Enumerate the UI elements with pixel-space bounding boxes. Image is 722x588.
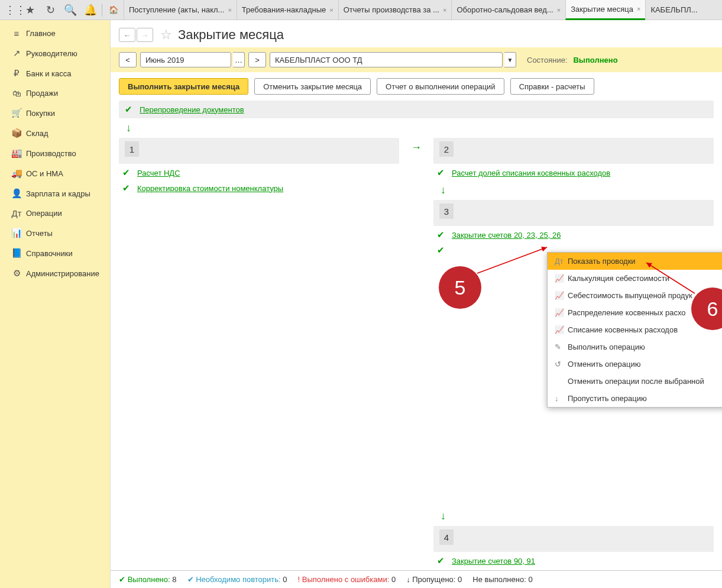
stage-0-link[interactable]: Перепроведение документов bbox=[140, 105, 244, 114]
bell-icon[interactable]: 🔔 bbox=[80, 0, 101, 20]
sidebar-label: Главное bbox=[26, 29, 56, 38]
status-err-label: Выполнено с ошибками: bbox=[302, 575, 390, 584]
tab[interactable]: Закрытие месяца× bbox=[565, 0, 645, 20]
period-toolbar: < Июнь 2019 … > КАБЕЛЬПЛАСТ ООО ТД ▼ Сос… bbox=[111, 47, 722, 72]
context-menu-item[interactable]: Отменить операции после выбранной bbox=[548, 373, 722, 390]
prev-period-button[interactable]: < bbox=[119, 52, 137, 67]
star-icon[interactable]: ★ bbox=[20, 0, 40, 20]
top-toolbar: ⋮⋮⋮ ★ ↻ 🔍 🔔 🏠 Поступление (акты, накл...… bbox=[0, 0, 722, 20]
run-close-button[interactable]: Выполнить закрытие месяца bbox=[119, 78, 248, 95]
close-icon[interactable]: × bbox=[329, 7, 333, 14]
favorite-icon[interactable]: ☆ bbox=[160, 27, 172, 43]
sidebar-item[interactable]: 🚚ОС и НМА bbox=[0, 163, 110, 183]
report-button[interactable]: Отчет о выполнении операций bbox=[377, 78, 504, 95]
period-value: Июнь 2019 bbox=[145, 56, 184, 64]
step-link-close-accounts[interactable]: Закрытие счетов 20, 23, 25, 26 bbox=[452, 231, 561, 240]
sidebar-label: ОС и НМА bbox=[26, 169, 63, 178]
cancel-close-button[interactable]: Отменить закрытие месяца bbox=[254, 78, 371, 95]
sidebar-item[interactable]: ₽Банк и касса bbox=[0, 63, 110, 83]
close-icon[interactable]: × bbox=[557, 7, 561, 14]
context-item-label: Калькуляция себестоимости bbox=[568, 274, 669, 283]
nav-fwd-button[interactable]: → bbox=[137, 28, 153, 42]
annotation-bubble-5: 5 bbox=[439, 266, 481, 309]
sidebar-icon: ↗ bbox=[9, 48, 24, 59]
org-value: КАБЕЛЬПЛАСТ ООО ТД bbox=[275, 56, 362, 64]
sidebar-label: Администрирование bbox=[26, 269, 99, 278]
close-icon[interactable]: × bbox=[637, 5, 640, 12]
sidebar-item[interactable]: 📊Отчеты bbox=[0, 223, 110, 243]
nav-back-button[interactable]: ← bbox=[119, 28, 135, 42]
context-menu-item[interactable]: 📈Калькуляция себестоимости bbox=[548, 270, 722, 287]
state-label: Состояние: bbox=[527, 56, 567, 64]
history-icon[interactable]: ↻ bbox=[40, 0, 60, 20]
sidebar-item[interactable]: 🛒Покупки bbox=[0, 103, 110, 123]
tab[interactable]: КАБЕЛЬПЛ... bbox=[645, 0, 702, 20]
context-menu-item[interactable]: ↓Пропустить операцию bbox=[548, 390, 722, 407]
context-menu: ДтПоказать проводки📈Калькуляция себестои… bbox=[547, 252, 722, 408]
context-item-icon: Дт bbox=[555, 257, 568, 266]
sidebar-icon: 📦 bbox=[9, 128, 24, 138]
sidebar-icon: ₽ bbox=[9, 68, 24, 79]
sidebar-item[interactable]: 🛍Продажи bbox=[0, 83, 110, 103]
sidebar-item[interactable]: 📦Склад bbox=[0, 123, 110, 143]
context-menu-item[interactable]: ✎Выполнить операцию bbox=[548, 338, 722, 356]
context-item-icon: 📈 bbox=[555, 291, 568, 300]
close-icon[interactable]: × bbox=[443, 7, 446, 14]
status-not-label: Не выполнено: bbox=[472, 575, 526, 584]
step-link[interactable]: Корректировка стоимости номенклатуры bbox=[137, 184, 283, 193]
check-icon: ✔ bbox=[122, 167, 130, 178]
sidebar-icon: 📊 bbox=[9, 228, 24, 238]
context-item-label: Себестоимость выпущеной продук bbox=[568, 291, 692, 300]
sidebar-label: Операции bbox=[26, 209, 62, 218]
sidebar-icon: 🛍 bbox=[9, 88, 24, 98]
sidebar-icon: 🛒 bbox=[9, 108, 24, 118]
sidebar-icon: ≡ bbox=[9, 28, 24, 38]
org-select[interactable]: КАБЕЛЬПЛАСТ ООО ТД bbox=[270, 52, 503, 67]
page-header: ← → ☆ Закрытие месяца bbox=[111, 20, 722, 47]
close-icon[interactable]: × bbox=[228, 7, 231, 14]
tab-label: Требования-накладные bbox=[242, 5, 326, 14]
sidebar-item[interactable]: 👤Зарплата и кадры bbox=[0, 183, 110, 203]
step-1-badge: 1 bbox=[125, 141, 139, 157]
context-menu-item[interactable]: 📈Списание косвенных расходов bbox=[548, 321, 722, 338]
step-link[interactable]: Расчет долей списания косвенных расходов bbox=[452, 169, 610, 177]
sidebar-item[interactable]: 📘Справочники bbox=[0, 243, 110, 263]
sidebar-item[interactable]: 🏭Производство bbox=[0, 143, 110, 163]
home-tab[interactable]: 🏠 bbox=[103, 5, 124, 14]
actions-row: Выполнить закрытие месяца Отменить закры… bbox=[111, 72, 722, 101]
context-item-label: Выполнить операцию bbox=[568, 343, 645, 351]
apps-icon[interactable]: ⋮⋮⋮ bbox=[0, 0, 20, 20]
step-link[interactable]: Расчет НДС bbox=[137, 169, 180, 177]
sidebar-label: Банк и касса bbox=[26, 69, 72, 78]
context-item-label: Списание косвенных расходов bbox=[568, 325, 678, 334]
sidebar-item[interactable]: ↗Руководителю bbox=[0, 43, 110, 63]
step-link[interactable]: Закрытие счетов 90, 91 bbox=[452, 557, 535, 566]
org-dropdown-button[interactable]: ▼ bbox=[504, 52, 516, 67]
stage-0: ✔ Перепроведение документов bbox=[119, 101, 714, 118]
sidebar-label: Производство bbox=[26, 149, 76, 158]
tab[interactable]: Оборотно-сальдовая вед...× bbox=[451, 0, 565, 20]
search-icon[interactable]: 🔍 bbox=[60, 0, 80, 20]
sidebar-label: Справочники bbox=[26, 249, 73, 258]
sidebar-label: Зарплата и кадры bbox=[26, 189, 90, 198]
context-item-label: Распределение косвенных расхо bbox=[568, 308, 686, 317]
tab[interactable]: Требования-накладные× bbox=[237, 0, 338, 20]
sidebar-item[interactable]: ⚙Администрирование bbox=[0, 263, 110, 283]
context-menu-item[interactable]: ДтПоказать проводки bbox=[548, 253, 722, 270]
context-item-icon: ↓ bbox=[555, 394, 568, 403]
period-input[interactable]: Июнь 2019 bbox=[140, 52, 231, 67]
status-done-val: 8 bbox=[172, 575, 176, 584]
sidebar-label: Покупки bbox=[26, 109, 55, 118]
period-picker-button[interactable]: … bbox=[233, 52, 245, 67]
context-menu-item[interactable]: ↺Отменить операцию bbox=[548, 356, 722, 373]
sidebar-item[interactable]: ≡Главное bbox=[0, 24, 110, 43]
tab[interactable]: Отчеты производства за ...× bbox=[338, 0, 452, 20]
tab[interactable]: Поступление (акты, накл...× bbox=[124, 0, 237, 20]
sidebar-item[interactable]: ДтОперации bbox=[0, 203, 110, 223]
status-bar: ✔ Выполнено: 8 ✔ Необходимо повторить: 0… bbox=[111, 570, 722, 588]
step-3-badge: 3 bbox=[439, 203, 454, 219]
check-icon: ✔ bbox=[437, 230, 445, 240]
references-button[interactable]: Справки - расчеты bbox=[510, 78, 594, 95]
next-period-button[interactable]: > bbox=[248, 52, 266, 67]
state-value: Выполнено bbox=[573, 56, 617, 64]
